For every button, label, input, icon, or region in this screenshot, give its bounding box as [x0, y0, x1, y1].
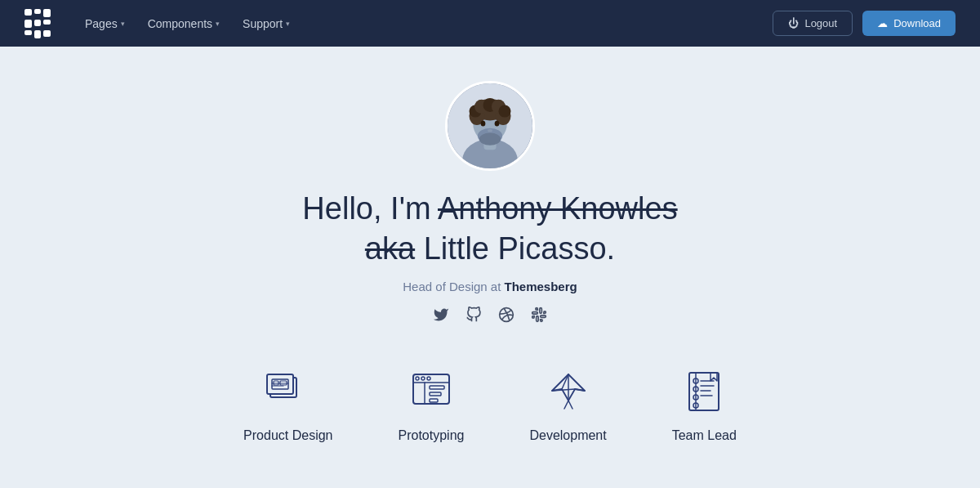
- product-design-label: Product Design: [243, 428, 332, 443]
- support-label: Support: [243, 17, 283, 30]
- svg-point-13: [481, 121, 486, 127]
- github-link[interactable]: [466, 307, 482, 327]
- svg-point-34: [421, 377, 425, 380]
- avatar: [445, 81, 535, 171]
- development-icon: [544, 368, 593, 417]
- svg-rect-30: [430, 386, 444, 389]
- svg-point-14: [495, 121, 500, 127]
- pages-chevron: ▾: [121, 20, 125, 28]
- dribbble-icon: [498, 307, 514, 323]
- download-label: Download: [893, 17, 941, 29]
- svg-line-41: [564, 401, 568, 409]
- skill-prototyping: Prototyping: [399, 368, 465, 443]
- hero-nickname: Little Picasso.: [415, 231, 615, 266]
- prototyping-icon: [407, 368, 456, 417]
- hero-subtitle: Head of Design at Themesberg: [403, 280, 577, 293]
- github-icon: [466, 307, 482, 323]
- slack-icon: [531, 307, 547, 323]
- svg-line-39: [562, 374, 568, 389]
- svg-line-38: [552, 389, 575, 391]
- hero-title: Hello, I'm Anthony Knowles aka Little Pi…: [302, 189, 677, 270]
- skill-development: Development: [529, 368, 606, 443]
- svg-rect-31: [430, 392, 441, 396]
- components-label: Components: [148, 17, 212, 30]
- team-lead-label: Team Lead: [672, 428, 737, 443]
- slack-link[interactable]: [531, 307, 547, 327]
- navbar: Pages ▾ Components ▾ Support ▾ ⏻ Logout: [0, 0, 980, 47]
- svg-point-15: [488, 129, 492, 132]
- social-icons: [433, 307, 547, 327]
- skill-team-lead: Team Lead: [672, 368, 737, 443]
- logo[interactable]: [24, 9, 51, 38]
- nav-left: Pages ▾ Components ▾ Support ▾: [24, 9, 298, 38]
- hero-aka: aka: [365, 231, 415, 266]
- prototyping-label: Prototyping: [399, 428, 465, 443]
- nav-right: ⏻ Logout ☁ Download: [773, 11, 956, 36]
- support-chevron: ▾: [286, 20, 290, 28]
- download-icon: ☁: [877, 17, 888, 29]
- nav-item-support[interactable]: Support ▾: [234, 12, 298, 35]
- development-label: Development: [529, 428, 606, 443]
- hero-greeting: Hello, I'm: [302, 191, 438, 226]
- subtitle-brand: Themesberg: [505, 280, 577, 293]
- twitter-icon: [433, 307, 449, 323]
- team-lead-icon: [679, 368, 728, 417]
- dribbble-link[interactable]: [498, 307, 514, 327]
- svg-rect-32: [430, 399, 438, 402]
- subtitle-prefix: Head of Design at: [403, 280, 504, 293]
- product-design-icon: [264, 368, 313, 417]
- svg-point-12: [498, 105, 510, 117]
- avatar-image: [448, 83, 532, 168]
- hero-section: Hello, I'm Anthony Knowles aka Little Pi…: [0, 47, 980, 468]
- svg-point-35: [427, 377, 430, 380]
- twitter-link[interactable]: [433, 307, 449, 327]
- nav-item-pages[interactable]: Pages ▾: [77, 12, 133, 35]
- svg-point-16: [479, 133, 501, 146]
- pages-link[interactable]: Pages ▾: [77, 12, 133, 35]
- logout-label: Logout: [804, 17, 837, 29]
- components-link[interactable]: Components ▾: [140, 12, 228, 35]
- hero-name: Anthony Knowles: [438, 191, 678, 226]
- svg-point-33: [416, 377, 419, 380]
- support-link[interactable]: Support ▾: [234, 12, 298, 35]
- nav-links: Pages ▾ Components ▾ Support ▾: [77, 12, 298, 35]
- components-chevron: ▾: [216, 20, 220, 28]
- svg-line-42: [568, 401, 572, 409]
- logout-button[interactable]: ⏻ Logout: [773, 11, 853, 36]
- pages-label: Pages: [85, 17, 118, 30]
- skills-section: Product Design Prototyping: [243, 368, 737, 468]
- skill-product-design: Product Design: [243, 368, 332, 443]
- nav-item-components[interactable]: Components ▾: [140, 12, 228, 35]
- logout-icon: ⏻: [788, 17, 799, 29]
- download-button[interactable]: ☁ Download: [862, 11, 956, 36]
